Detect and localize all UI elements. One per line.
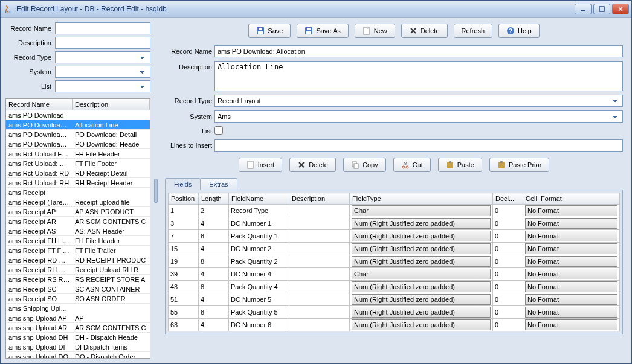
svg-text:?: ?: [509, 28, 512, 34]
fields-table-col[interactable]: Position: [169, 193, 199, 205]
fields-table-row[interactable]: 558Pack Quantity 5Num (Right Justified z…: [169, 306, 620, 319]
fields-table-col[interactable]: Cell_Format: [523, 193, 620, 205]
help-button[interactable]: ?Help: [498, 24, 540, 38]
detail-list-label: List: [165, 127, 212, 135]
record-list-col-desc[interactable]: Description: [73, 99, 150, 110]
detail-system-label: System: [165, 113, 212, 120]
svg-rect-20: [500, 161, 503, 163]
field-type-select[interactable]: Num (Right Justified zero padded): [352, 319, 491, 330]
tab-fields[interactable]: Fields: [165, 178, 201, 190]
insert-button[interactable]: Insert: [239, 158, 283, 172]
record-list-col-name[interactable]: Record Name: [6, 99, 73, 110]
cell-format-select[interactable]: No Format: [525, 307, 617, 318]
filter-system-select[interactable]: [55, 66, 150, 78]
row-delete-button[interactable]: Delete: [289, 158, 336, 172]
fields-table-row[interactable]: 634DC Number 6Num (Right Justified zero …: [169, 319, 620, 331]
close-button[interactable]: [612, 4, 629, 14]
fields-table-row[interactable]: 198Pack Quantity 2Num (Right Justified z…: [169, 255, 620, 268]
field-type-select[interactable]: Num (Right Justified zero padded): [352, 218, 491, 229]
cell-format-select[interactable]: No Format: [525, 256, 617, 267]
svg-point-15: [402, 166, 405, 168]
cut-button[interactable]: Cut: [393, 158, 431, 172]
field-type-select[interactable]: Char: [352, 205, 491, 216]
filter-record-name-input[interactable]: [55, 22, 150, 34]
main-toolbar: Save Save As New Delete Refresh ?Help: [161, 22, 627, 42]
row-toolbar: Insert Delete Copy Cut Paste Paste Prior: [161, 155, 627, 174]
svg-rect-5: [259, 28, 262, 30]
svg-point-16: [406, 166, 408, 168]
filter-system-label: System: [5, 68, 54, 75]
svg-rect-8: [307, 28, 311, 30]
new-button[interactable]: New: [355, 24, 395, 38]
lines-to-insert-input[interactable]: [214, 139, 623, 152]
filter-description-input[interactable]: [55, 37, 150, 49]
fields-table-col[interactable]: Deci...: [493, 193, 523, 205]
cell-format-select[interactable]: No Format: [525, 281, 617, 292]
paste-prior-button[interactable]: Paste Prior: [489, 158, 549, 172]
maximize-button[interactable]: [593, 4, 610, 14]
field-type-select[interactable]: Num (Right Justified zero padded): [352, 294, 491, 305]
field-type-select[interactable]: Num (Right Justified zero padded): [352, 281, 491, 292]
cell-format-select[interactable]: No Format: [525, 231, 617, 241]
cell-format-select[interactable]: No Format: [525, 218, 617, 229]
fields-table-col[interactable]: FieldType: [350, 193, 493, 205]
svg-rect-14: [354, 164, 358, 168]
field-type-select[interactable]: Char: [352, 269, 491, 279]
delete-icon: [297, 161, 306, 169]
detail-record-name-input[interactable]: [214, 45, 623, 57]
copy-icon: [351, 161, 360, 169]
paste-button[interactable]: Paste: [438, 158, 482, 172]
save-as-button[interactable]: Save As: [297, 24, 348, 38]
fields-table-col[interactable]: Description: [289, 193, 350, 205]
delete-button[interactable]: Delete: [401, 24, 448, 38]
filter-record-type-select[interactable]: [55, 51, 150, 63]
cell-format-select[interactable]: No Format: [525, 269, 617, 279]
tab-extras[interactable]: Extras: [200, 178, 237, 190]
detail-description-label: Description: [165, 61, 212, 71]
fields-table-col[interactable]: FieldName: [229, 193, 289, 205]
filter-record-type-label: Record Type: [5, 54, 54, 61]
fields-table-col[interactable]: Length: [199, 193, 229, 205]
svg-rect-1: [581, 10, 585, 11]
svg-rect-2: [599, 7, 604, 11]
svg-rect-7: [306, 31, 311, 34]
field-type-select[interactable]: Num (Right Justified zero padded): [352, 307, 491, 318]
svg-rect-18: [449, 161, 451, 163]
detail-record-type-label: Record Type: [165, 97, 212, 104]
svg-rect-4: [258, 31, 263, 34]
cell-format-select[interactable]: No Format: [525, 294, 617, 305]
minimize-button[interactable]: [575, 4, 592, 14]
fields-table-row[interactable]: 438Pack Quantity 4Num (Right Justified z…: [169, 281, 620, 293]
detail-record-type-select[interactable]: Record Layout: [214, 95, 623, 107]
record-list[interactable]: Record Name Description ams PO Downloada…: [5, 98, 150, 359]
cut-icon: [401, 161, 410, 169]
filter-list-select[interactable]: [55, 80, 150, 92]
fields-table-row[interactable]: 678Pack Quantity 6Num (Right Justified z…: [169, 331, 620, 332]
cell-format-select[interactable]: No Format: [525, 205, 617, 216]
field-type-select[interactable]: Num (Right Justified zero padded): [352, 256, 491, 267]
fields-table[interactable]: PositionLengthFieldNameDescriptionFieldT…: [168, 193, 620, 331]
insert-icon: [247, 161, 255, 169]
help-icon: ?: [506, 27, 515, 35]
detail-description-input[interactable]: Allocation Line: [214, 61, 623, 91]
cell-format-select[interactable]: No Format: [525, 243, 617, 254]
detail-list-checkbox[interactable]: [214, 126, 223, 135]
pane-divider[interactable]: [154, 22, 158, 359]
copy-button[interactable]: Copy: [343, 158, 386, 172]
fields-table-row[interactable]: 12Record TypeChar0No Format: [169, 205, 620, 217]
fields-table-row[interactable]: 514DC Number 5Num (Right Justified zero …: [169, 293, 620, 306]
refresh-button[interactable]: Refresh: [454, 24, 493, 38]
save-icon: [256, 27, 265, 35]
detail-system-select[interactable]: Ams: [214, 110, 623, 123]
field-type-select[interactable]: Num (Right Justified zero padded): [352, 243, 491, 254]
cell-format-select[interactable]: No Format: [525, 319, 617, 330]
field-type-select[interactable]: Num (Right Justified zero padded): [352, 231, 491, 241]
fields-table-row[interactable]: 34DC Number 1Num (Right Justified zero p…: [169, 217, 620, 230]
fields-table-row[interactable]: 394DC Number 4Char0No Format: [169, 268, 620, 281]
filter-list-label: List: [5, 83, 54, 90]
save-button[interactable]: Save: [248, 24, 291, 38]
delete-icon: [409, 27, 418, 35]
fields-table-row[interactable]: 154DC Number 2Num (Right Justified zero …: [169, 243, 620, 255]
save-as-icon: [305, 27, 313, 35]
fields-table-row[interactable]: 78Pack Quantity 1Num (Right Justified ze…: [169, 230, 620, 243]
